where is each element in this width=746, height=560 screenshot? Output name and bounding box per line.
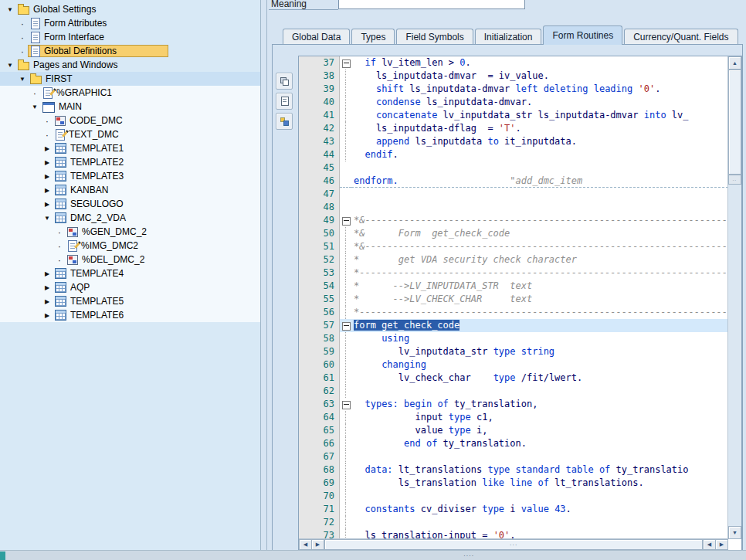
expander-open-icon[interactable]: ▼ xyxy=(5,6,15,13)
vertical-scroll-thumb[interactable] xyxy=(728,70,741,175)
code-line[interactable]: 69 ls_translation like line of lt_transl… xyxy=(299,477,728,490)
tree-item-template1[interactable]: ▶TEMPLATE1 xyxy=(0,141,260,155)
scroll-right-button[interactable]: ▶ xyxy=(715,539,728,550)
expander-open-icon[interactable]: ▼ xyxy=(17,76,28,83)
tree-item-pages-and-windows[interactable]: ▼Pages and Windows xyxy=(0,58,260,72)
expander-collapsed-icon[interactable]: ▶ xyxy=(42,173,53,180)
code-line[interactable]: 67 xyxy=(299,450,728,463)
code-line[interactable]: 44 endif. xyxy=(299,148,728,161)
tree-item-aqp[interactable]: ▶AQP xyxy=(0,280,260,294)
expander-collapsed-icon[interactable]: ▶ xyxy=(42,284,53,291)
tree-item-gen-dmc-2[interactable]: ·%GEN_DMC_2 xyxy=(0,225,260,239)
expander-collapsed-icon[interactable]: ▶ xyxy=(42,159,53,166)
expander-collapsed-icon[interactable]: ▶ xyxy=(42,312,53,319)
tab-initialization[interactable]: Initialization xyxy=(475,29,542,45)
tree-item-first[interactable]: ▼FIRST xyxy=(0,72,260,86)
tree-item-code-dmc[interactable]: ·CODE_DMC xyxy=(0,114,260,127)
tab-currency-quant-fields[interactable]: Currency/Quant. Fields xyxy=(624,29,738,45)
fold-collapse-icon[interactable] xyxy=(342,59,351,68)
code-line[interactable]: 60 changing xyxy=(299,358,728,372)
code-line[interactable]: 58 using xyxy=(299,332,728,345)
tree-item-template3[interactable]: ▶TEMPLATE3 xyxy=(0,169,260,183)
code-line[interactable]: 48 xyxy=(299,201,728,214)
code-line[interactable]: 57form get_check_code xyxy=(299,319,728,332)
code-line[interactable]: 43 append ls_inputdata to it_inputdata. xyxy=(299,135,728,148)
scroll-left-button[interactable]: ◀ xyxy=(299,539,312,550)
expander-open-icon[interactable]: ▼ xyxy=(42,215,53,222)
tree-item-text-dmc[interactable]: ·TEXT_DMC xyxy=(0,127,260,141)
tree-item-graphic1[interactable]: ·%GRAPHIC1 xyxy=(0,86,260,100)
horizontal-scrollbar[interactable]: ◀ ▶ ∙∙∙ ◀ ▶ xyxy=(299,538,728,550)
code-line[interactable]: 66 end of ty_translation. xyxy=(299,437,728,450)
abap-code-editor[interactable]: 37 if lv_item_len > 0.38 ls_inputdata-dm… xyxy=(298,56,742,551)
code-line[interactable]: 59 lv_inputdata_str type string xyxy=(299,345,728,358)
scroll-right-button-left[interactable]: ▶ xyxy=(311,539,324,550)
code-line[interactable]: 41 concatenate lv_inputdata_str ls_input… xyxy=(299,109,728,122)
editor-tool-list-button[interactable] xyxy=(276,93,293,110)
panel-splitter-handle[interactable]: ∙∙∙∙ xyxy=(463,551,474,559)
expander-collapsed-icon[interactable]: ▶ xyxy=(42,298,53,305)
fold-collapse-icon[interactable] xyxy=(342,217,351,226)
code-line[interactable]: 51*&------------------------------------… xyxy=(299,240,728,253)
code-line[interactable]: 53*-------------------------------------… xyxy=(299,266,728,280)
tree-item-template5[interactable]: ▶TEMPLATE5 xyxy=(0,294,260,308)
scroll-down-button[interactable]: ▼ xyxy=(728,526,741,539)
expander-collapsed-icon[interactable]: ▶ xyxy=(42,270,53,277)
code-line[interactable]: 61 lv_check_char type /fit/lwert. xyxy=(299,372,728,385)
meaning-input[interactable] xyxy=(338,0,525,9)
code-line[interactable]: 64 input type c1, xyxy=(299,411,728,424)
expander-open-icon[interactable]: ▼ xyxy=(5,62,15,69)
tree-item-main[interactable]: ▼MAIN xyxy=(0,100,260,114)
tab-field-symbols[interactable]: Field Symbols xyxy=(396,29,473,45)
code-line[interactable]: 49*&------------------------------------… xyxy=(299,214,728,227)
code-line[interactable]: 45 xyxy=(299,161,728,175)
code-line[interactable]: 70 xyxy=(299,490,728,503)
tree-item-global-settings[interactable]: ▼Global Settings xyxy=(0,2,260,16)
code-line[interactable]: 71 constants cv_diviser type i value 43. xyxy=(299,503,728,516)
fold-collapse-icon[interactable] xyxy=(342,322,351,331)
code-line[interactable]: 38 ls_inputdata-dmvar = iv_value. xyxy=(299,70,728,83)
tab-global-data[interactable]: Global Data xyxy=(283,29,350,45)
expander-collapsed-icon[interactable]: ▶ xyxy=(42,187,53,194)
code-line[interactable]: 55* -->LV_CHECK_CHAR text xyxy=(299,293,728,306)
expander-collapsed-icon[interactable]: ▶ xyxy=(42,201,53,208)
tree-item-dmc-2-vda[interactable]: ▼DMC_2_VDA xyxy=(0,211,260,225)
tree-item-form-interface[interactable]: ·Form Interface xyxy=(0,30,260,44)
scroll-left-button-right[interactable]: ◀ xyxy=(703,539,716,550)
tab-form-routines[interactable]: Form Routines xyxy=(543,25,622,45)
fold-collapse-icon[interactable] xyxy=(342,401,351,409)
code-line[interactable]: 37 if lv_item_len > 0. xyxy=(299,56,728,70)
editor-tool-cascade-button[interactable] xyxy=(276,73,293,90)
code-line[interactable]: 68 data: lt_translations type standard t… xyxy=(299,463,728,477)
code-line[interactable]: 42 ls_inputdata-dflag = 'T'. xyxy=(299,122,728,135)
editor-tool-structure-button[interactable] xyxy=(276,113,293,130)
vertical-scrollbar[interactable]: ▲ ∙∙ ▼ xyxy=(727,56,741,539)
code-line[interactable]: 47 xyxy=(299,188,728,201)
tree-item-template6[interactable]: ▶TEMPLATE6 xyxy=(0,308,260,322)
code-line[interactable]: 72 xyxy=(299,516,728,529)
tree-item-del-dmc-2[interactable]: ·%DEL_DMC_2 xyxy=(0,253,260,266)
code-line[interactable]: 54* -->LV_INPUTDATA_STR text xyxy=(299,280,728,293)
editor-split-handle[interactable]: ∙∙ xyxy=(728,175,741,185)
expander-collapsed-icon[interactable]: ▶ xyxy=(42,145,53,152)
tree-item-template4[interactable]: ▶TEMPLATE4 xyxy=(0,266,260,280)
code-line[interactable]: 40 condense ls_inputdata-dmvar. xyxy=(299,96,728,109)
scroll-up-button[interactable]: ▲ xyxy=(728,56,741,70)
tree-item-segulogo[interactable]: ▶SEGULOGO xyxy=(0,197,260,211)
code-line[interactable]: 52* get VDA security check character xyxy=(299,253,728,266)
horizontal-scroll-thumb[interactable]: ∙∙∙ xyxy=(324,539,703,550)
code-line[interactable]: 62 xyxy=(299,385,728,398)
tree-item-template2[interactable]: ▶TEMPLATE2 xyxy=(0,155,260,169)
expander-open-icon[interactable]: ▼ xyxy=(29,104,40,110)
code-line[interactable]: 46endform. "add_dmc_item xyxy=(299,175,728,188)
tree-item-img-dmc2[interactable]: ·%IMG_DMC2 xyxy=(0,239,260,253)
code-line[interactable]: 65 value type i, xyxy=(299,424,728,437)
code-lines[interactable]: 37 if lv_item_len > 0.38 ls_inputdata-dm… xyxy=(299,56,728,539)
tree-item-form-attributes[interactable]: ·Form Attributes xyxy=(0,16,260,30)
tree-item-kanban[interactable]: ▶KANBAN xyxy=(0,183,260,197)
code-line[interactable]: 39 shift ls_inputdata-dmvar left deletin… xyxy=(299,83,728,96)
code-line[interactable]: 50*& Form get_check_code xyxy=(299,227,728,240)
tab-types[interactable]: Types xyxy=(351,29,395,45)
code-line[interactable]: 63 types: begin of ty_translation, xyxy=(299,398,728,411)
tree-item-global-definitions[interactable]: ·Global Definitions xyxy=(0,44,260,58)
